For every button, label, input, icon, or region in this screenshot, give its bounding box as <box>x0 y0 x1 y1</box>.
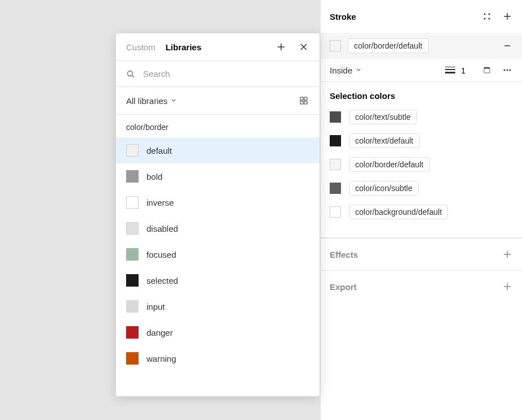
stroke-align-value: Inside <box>330 66 352 75</box>
color-swatch <box>126 326 139 339</box>
color-swatch <box>126 274 139 287</box>
color-swatch <box>126 300 139 313</box>
color-swatch[interactable] <box>330 135 341 146</box>
stroke-title: Stroke <box>330 12 356 21</box>
color-swatch <box>126 196 139 209</box>
svg-point-6 <box>504 70 506 71</box>
library-header-actions <box>275 41 309 53</box>
svg-rect-5 <box>484 67 490 68</box>
color-swatch <box>126 352 139 365</box>
library-filter-dropdown[interactable]: All libraries <box>126 96 176 106</box>
library-item-label: focused <box>146 250 176 259</box>
chevron-down-icon <box>171 98 176 103</box>
stroke-swatch[interactable] <box>330 40 341 51</box>
library-category: color/border <box>116 115 320 137</box>
add-stroke-icon[interactable] <box>502 11 513 22</box>
library-color-item[interactable]: selected <box>116 267 320 293</box>
add-export-icon[interactable] <box>502 281 513 292</box>
tab-custom[interactable]: Custom <box>126 42 156 52</box>
library-picker-panel: Custom Libraries All libraries color/bor… <box>116 33 320 396</box>
stroke-align-dropdown[interactable]: Inside <box>330 66 361 75</box>
library-item-label: inverse <box>146 198 174 207</box>
effects-title: Effects <box>330 250 358 259</box>
remove-stroke-icon[interactable] <box>502 40 513 51</box>
library-item-label: input <box>146 302 165 311</box>
library-item-label: selected <box>146 276 178 285</box>
stroke-header: Stroke <box>321 0 522 33</box>
svg-point-8 <box>510 70 511 71</box>
stroke-side-icon[interactable] <box>481 64 493 76</box>
search-input[interactable] <box>143 69 309 79</box>
stroke-section: Stroke color/border/default Inside <box>321 0 522 82</box>
stroke-settings-row: Inside 1 <box>321 59 522 81</box>
color-swatch[interactable] <box>330 206 341 218</box>
selection-colors-section: Selection colors color/text/subtlecolor/… <box>321 82 522 238</box>
grid-view-icon[interactable] <box>298 95 309 106</box>
stroke-header-actions <box>481 11 513 22</box>
library-color-item[interactable]: bold <box>116 163 320 189</box>
svg-point-2 <box>484 18 486 20</box>
selection-colors-list: color/text/subtlecolor/text/defaultcolor… <box>330 110 513 219</box>
selection-color-row[interactable]: color/border/default <box>330 157 513 172</box>
svg-rect-11 <box>304 97 307 100</box>
color-token-chip[interactable]: color/background/default <box>349 205 448 219</box>
color-token-chip[interactable]: color/text/default <box>349 133 420 148</box>
more-stroke-options-icon[interactable] <box>502 64 513 76</box>
library-color-item[interactable]: default <box>116 137 320 163</box>
svg-point-7 <box>507 70 508 71</box>
color-swatch[interactable] <box>330 183 341 194</box>
svg-rect-10 <box>300 97 303 100</box>
stroke-weight-control[interactable]: 1 <box>445 66 472 75</box>
color-token-chip[interactable]: color/text/subtle <box>349 110 417 124</box>
selection-color-row[interactable]: color/background/default <box>330 205 513 219</box>
svg-rect-12 <box>300 101 303 104</box>
chevron-down-icon <box>356 67 361 73</box>
selection-colors-title: Selection colors <box>330 91 513 101</box>
color-swatch <box>126 248 139 261</box>
color-token-chip[interactable]: color/border/default <box>349 157 430 172</box>
svg-point-0 <box>484 14 486 15</box>
selection-color-row[interactable]: color/text/default <box>330 133 513 148</box>
library-color-item[interactable]: input <box>116 293 320 319</box>
close-icon[interactable] <box>298 41 309 53</box>
library-color-item[interactable]: inverse <box>116 189 320 215</box>
stroke-color-row[interactable]: color/border/default <box>321 33 522 59</box>
color-swatch[interactable] <box>330 111 341 123</box>
stroke-weight-value: 1 <box>461 66 472 75</box>
library-items: color/border defaultboldinversedisabledf… <box>116 115 320 396</box>
color-token-chip[interactable]: color/icon/subtle <box>349 181 419 196</box>
library-color-item[interactable]: warning <box>116 345 320 371</box>
svg-rect-4 <box>484 68 490 73</box>
styles-icon[interactable] <box>481 11 493 22</box>
library-color-item[interactable]: disabled <box>116 215 320 241</box>
library-tabs: Custom Libraries <box>126 42 275 52</box>
color-swatch <box>126 222 139 235</box>
color-swatch <box>126 144 139 157</box>
library-color-item[interactable]: danger <box>116 319 320 345</box>
selection-color-row[interactable]: color/icon/subtle <box>330 181 513 196</box>
stroke-weight-icon <box>445 67 455 73</box>
library-search-row <box>116 61 320 87</box>
color-swatch[interactable] <box>330 159 341 170</box>
search-icon <box>126 70 135 79</box>
add-effect-icon[interactable] <box>502 249 513 260</box>
tab-libraries[interactable]: Libraries <box>166 42 201 52</box>
effects-section[interactable]: Effects <box>321 238 522 270</box>
library-filter-value: All libraries <box>126 96 167 106</box>
export-section[interactable]: Export <box>321 270 522 302</box>
library-filter-row: All libraries <box>116 87 320 115</box>
library-item-label: danger <box>146 328 173 337</box>
export-title: Export <box>330 282 357 292</box>
library-item-label: bold <box>146 172 162 181</box>
selection-color-row[interactable]: color/text/subtle <box>330 110 513 124</box>
library-item-label: warning <box>146 354 176 363</box>
new-style-icon[interactable] <box>275 41 287 53</box>
library-header: Custom Libraries <box>116 33 320 61</box>
svg-point-9 <box>128 71 133 76</box>
stroke-color-token[interactable]: color/border/default <box>348 38 429 53</box>
library-item-label: default <box>146 146 172 155</box>
svg-rect-13 <box>304 101 307 104</box>
svg-point-1 <box>489 14 490 15</box>
library-item-label: disabled <box>146 224 178 233</box>
library-color-item[interactable]: focused <box>116 241 320 267</box>
